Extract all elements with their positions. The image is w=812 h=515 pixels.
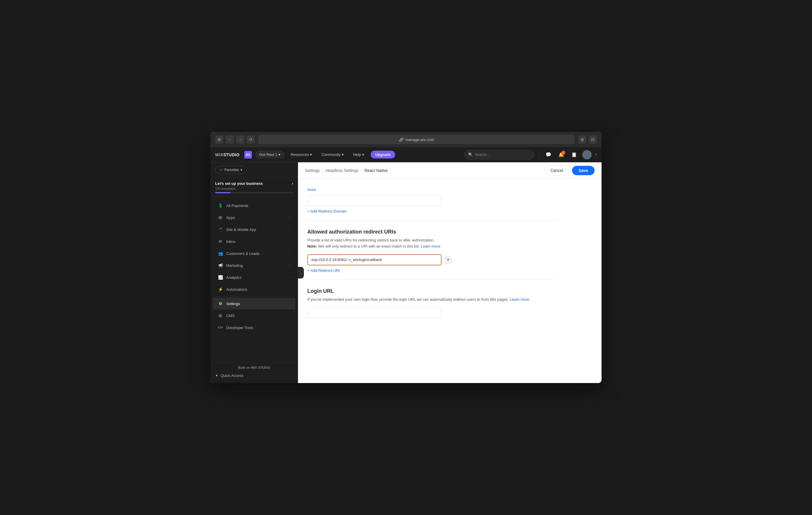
tasks-btn[interactable]: 📋 [570,150,579,160]
built-on-brand: WIX STUDIO [251,366,270,369]
forward-btn[interactable]: → [236,136,244,144]
sidebar-item-analytics[interactable]: 📈 Analytics › [213,271,295,283]
auth-redirect-learn-more[interactable]: Learn more [421,244,440,249]
back-btn[interactable]: ← [226,136,234,144]
setup-title-row[interactable]: Let's set up your business › [215,181,293,186]
setup-arrow: › [292,181,293,186]
auth-redirect-desc: Provide a list of valid URIs for redirec… [307,237,557,250]
sidebar-wrapper: ☆ Favorites ▾ Let's set up your business… [210,162,298,383]
nav-community[interactable]: Community ▾ [318,151,347,159]
avatar[interactable]: 👤 [582,150,591,160]
auth-redirect-title: Allowed authorization redirect URIs [307,229,557,235]
sidebar-item-site-mobile[interactable]: 📱 Site & Mobile App › [213,224,295,235]
login-url-learn-more[interactable]: Learn more [510,297,529,302]
content-area: Settings › Headless Settings › React Nat… [298,162,602,383]
breadcrumb-headless[interactable]: Headless Settings [326,168,359,173]
nav-help-arrow: ▾ [362,152,364,157]
upgrade-button[interactable]: Upgrade [371,151,396,159]
analytics-icon: 📈 [218,275,223,280]
customers-arrow: › [290,252,291,255]
sidebar-item-developer-tools[interactable]: </> Developer Tools › [213,322,295,334]
site-mobile-label: Site & Mobile App [226,227,287,232]
sidebar-item-customers[interactable]: 👥 Customers & Leads › [213,248,295,259]
content-scroll[interactable]: more + Add Redirect Domain Allowed aut [298,179,602,383]
auth-redirect-uri-input[interactable] [307,254,442,265]
messages-btn[interactable]: 💬 [544,150,553,160]
payments-icon: 💲 [218,203,223,208]
sidebar-nav: 💲 All Payments ⊞ Apps › 📱 Site & Mobile … [210,197,298,362]
cancel-button[interactable]: Cancel [544,166,570,175]
save-button[interactable]: Save [572,166,594,175]
auth-redirect-desc-part1: Provide a list of valid URIs for redirec… [307,238,435,242]
nav-help[interactable]: Help ▾ [350,151,367,159]
app-content: WIX STUDIO RS Get Reel 1 ▾ Resources ▾ C… [210,147,602,383]
breadcrumb-current: React Native [364,168,387,173]
inbox-icon: ✉ [218,238,223,245]
address-bar[interactable]: 🔗 manage.wix.com [258,135,575,144]
progress-bar [215,192,293,193]
sidebar-item-automations[interactable]: ⚡ Automations [213,284,295,295]
notifications-btn[interactable]: 🔔 1 [557,150,566,160]
chevron-down-icon: ▾ [279,152,281,157]
payments-label: All Payments [226,203,291,208]
auth-redirect-clear-button[interactable]: ✕ [444,256,452,264]
workspace-badge: RS [244,151,252,159]
avatar-arrow[interactable]: ▾ [595,153,597,156]
nav-divider [539,150,539,160]
add-redirect-uri-link[interactable]: + Add Redirect URI [307,268,557,273]
favorites-label: Favorites [225,168,239,172]
developer-tools-arrow: › [290,326,291,329]
sidebar: ☆ Favorites ▾ Let's set up your business… [210,162,298,383]
refresh-btn[interactable]: ↺ [246,136,255,144]
nav-community-label: Community [321,152,341,157]
logo-wix: WIX [215,152,223,157]
sidebar-header: ☆ Favorites ▾ [210,162,298,178]
nav-community-arrow: ▾ [342,152,344,157]
sidebar-toggle-btn[interactable]: ⊞ [215,136,223,144]
setup-section: Let's set up your business › 1/5 complet… [210,178,298,197]
automations-icon: ⚡ [218,286,223,292]
tab-btn[interactable]: ⊞ [578,136,586,144]
sidebar-item-marketing[interactable]: 📢 Marketing › [213,260,295,271]
favorites-button[interactable]: ☆ Favorites ▾ [215,166,246,174]
workspace-selector[interactable]: Get Reel 1 ▾ [255,151,284,158]
marketing-arrow: › [290,264,291,267]
redirect-domains-learn-more[interactable]: more [307,188,316,192]
sidebar-footer: Built on WIX STUDIO ✦ Quick Access [210,362,298,383]
workspace-name: Get Reel 1 [259,152,277,157]
auth-redirect-input-row: ✕ [307,254,557,265]
browser-window: ⊞ ← → ↺ 🔗 manage.wix.com ⊞ ⊟ WIX STUDIO … [210,132,602,383]
login-url-desc-text: If you've implemented your own login flo… [307,297,509,302]
auth-redirect-section: Allowed authorization redirect URIs Prov… [307,221,557,280]
add-redirect-domain-link[interactable]: + Add Redirect Domain [307,209,557,213]
marketing-label: Marketing [226,263,287,268]
developer-tools-icon: </> [218,325,223,331]
developer-tools-label: Developer Tools [226,325,287,330]
login-url-desc: If you've implemented your own login flo… [307,296,557,303]
quick-access-label: Quick Access [221,373,243,378]
login-url-input-empty[interactable] [307,307,442,318]
customers-label: Customers & Leads [226,251,287,256]
sidebar-collapse-handle[interactable]: ‹ [298,267,304,279]
nav-resources[interactable]: Resources ▾ [288,151,315,159]
redirect-domain-input-empty[interactable] [307,195,442,206]
redirect-domains-input-row [307,195,557,206]
cms-label: CMS [226,314,291,318]
sidebar-item-inbox[interactable]: ✉ Inbox [213,236,295,247]
built-on-label: Built on [238,366,250,369]
redirect-domains-section: more + Add Redirect Domain [307,179,557,221]
breadcrumb-settings[interactable]: Settings [305,168,320,173]
sidebar-item-cms[interactable]: ⊞ CMS [213,310,295,321]
quick-access-button[interactable]: ✦ Quick Access [215,372,293,379]
browser-controls: ⊞ ← → ↺ [215,136,255,144]
setup-progress: 1/5 completed [215,187,293,190]
split-btn[interactable]: ⊟ [589,136,597,144]
auth-redirect-note-label: Note: [307,244,317,249]
sidebar-item-apps[interactable]: ⊞ Apps › [213,212,295,223]
favorites-arrow: ▾ [240,168,242,172]
inbox-label: Inbox [226,239,291,244]
sidebar-item-payments[interactable]: 💲 All Payments [213,200,295,211]
sidebar-item-settings[interactable]: ⚙ Settings [213,298,295,310]
search-bar[interactable]: 🔍 Search... [464,150,534,160]
login-url-input-row [307,307,557,318]
